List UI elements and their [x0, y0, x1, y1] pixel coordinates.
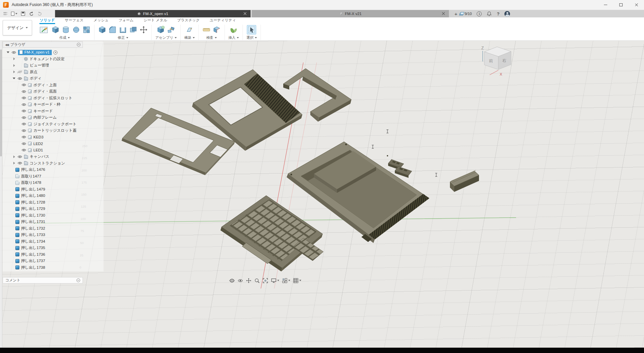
group-label-inspect[interactable]: 検査	[206, 35, 217, 40]
ribbon-tab[interactable]: フォーム	[118, 17, 134, 24]
group-label-construct[interactable]: 構築	[184, 35, 195, 40]
select-tool-active[interactable]	[247, 25, 256, 34]
tree-row-body[interactable]: カートリッジスロット蓋	[21, 127, 104, 134]
expander-icon[interactable]	[13, 155, 16, 158]
tree-row-body[interactable]: 内部フレーム	[21, 114, 104, 121]
visibility-eye-icon[interactable]	[21, 96, 26, 100]
cloud-credits-indicator[interactable]: 9/10	[460, 12, 472, 16]
ribbon-tab[interactable]: シート メタル	[143, 17, 167, 24]
move-icon[interactable]	[140, 26, 148, 34]
collapse-panel-icon[interactable]: ◀◀	[5, 43, 8, 46]
tree-row[interactable]: コンストラクション	[13, 160, 104, 167]
model-top-case[interactable]	[192, 70, 302, 151]
feature-row[interactable]: 押し出し1737	[3, 258, 104, 264]
apps-grid-icon[interactable]	[3, 12, 7, 16]
orbit-button[interactable]	[228, 277, 235, 284]
tab-close-icon[interactable]	[243, 11, 247, 16]
save-icon[interactable]	[21, 12, 25, 16]
feature-row[interactable]: 押し出し1728	[3, 199, 104, 206]
ribbon-tab[interactable]: プラスチック	[177, 17, 200, 24]
feature-row[interactable]: 押し出し1479	[3, 186, 104, 193]
extrude-icon[interactable]	[51, 26, 59, 34]
visibility-eye-icon[interactable]	[17, 161, 22, 165]
model-joystick-ports[interactable]	[388, 159, 412, 178]
model-u-bracket[interactable]	[283, 69, 351, 122]
display-settings-button[interactable]	[270, 277, 280, 284]
feature-row[interactable]: 押し出し1736	[3, 251, 104, 258]
visibility-eye-icon[interactable]	[17, 70, 22, 74]
expander-icon[interactable]	[7, 51, 10, 54]
visibility-eye-icon[interactable]	[21, 109, 26, 113]
create-sketch-icon[interactable]	[38, 25, 49, 34]
visibility-eye-icon[interactable]	[21, 142, 26, 145]
feature-row[interactable]: 面取り1477	[3, 173, 104, 180]
visibility-eye-icon[interactable]	[17, 77, 22, 80]
tab-close-icon[interactable]	[441, 11, 446, 16]
tree-row[interactable]: ビュー管理	[13, 62, 104, 69]
fit-view-button[interactable]	[262, 277, 269, 284]
visibility-eye-icon[interactable]	[21, 103, 26, 106]
model-keyboard[interactable]	[220, 196, 323, 271]
feature-row[interactable]: 押し出し1730	[3, 212, 104, 219]
measure-icon[interactable]	[202, 26, 210, 34]
group-label-create[interactable]: 作成	[59, 35, 70, 40]
new-component-icon[interactable]	[157, 26, 165, 34]
feature-row[interactable]: 押し出し1480	[3, 193, 104, 199]
visibility-eye-icon[interactable]	[21, 135, 26, 139]
maximize-button[interactable]	[613, 0, 629, 10]
help-icon[interactable]: ?	[497, 11, 499, 16]
panel-scrollbar[interactable]	[0, 41, 2, 348]
model-cartridge-slot-cover[interactable]	[450, 170, 479, 192]
viewport-canvas[interactable]: 250 225 200 175 150 125 100 75 50 25 0	[0, 41, 644, 348]
feature-row[interactable]: 押し出し1476	[3, 166, 104, 173]
bell-icon[interactable]	[487, 11, 492, 16]
revolve-icon[interactable]	[72, 26, 80, 34]
tree-row-body[interactable]: LED1	[21, 147, 104, 154]
avatar[interactable]	[504, 11, 510, 17]
section-analysis-icon[interactable]	[213, 26, 221, 34]
tree-row-body[interactable]: ジョイスティックポート	[21, 121, 104, 128]
tree-row-body[interactable]: LED2	[21, 140, 104, 147]
visibility-eye-icon[interactable]	[21, 148, 26, 152]
undo-icon[interactable]	[29, 11, 34, 16]
scrollbar-thumb[interactable]	[0, 49, 2, 156]
browser-header[interactable]: ◀◀ ブラウザ	[3, 41, 83, 48]
feature-row[interactable]: 押し出し1729	[3, 206, 104, 212]
zoom-button[interactable]	[254, 277, 261, 284]
tree-row-body[interactable]: ボディ・底面	[21, 88, 104, 95]
document-tab-inactive[interactable]: FM-X v21	[252, 10, 449, 17]
group-label-select[interactable]: 選択	[247, 35, 257, 40]
group-label-assemble[interactable]: アセンブリ	[155, 35, 177, 40]
expander-icon[interactable]	[13, 64, 16, 67]
view-cube[interactable]: Z 前 右 X	[480, 45, 520, 77]
joint-icon[interactable]	[167, 26, 175, 34]
expander-icon[interactable]	[13, 71, 16, 74]
new-document-tab-button[interactable]: +	[452, 10, 460, 17]
cylinder-icon[interactable]	[62, 26, 70, 34]
insert-canvas-icon[interactable]	[229, 26, 237, 34]
expander-icon[interactable]	[13, 57, 16, 61]
tree-row[interactable]: キャンバス	[13, 153, 104, 160]
ribbon-tab[interactable]: メッシュ	[93, 17, 109, 24]
minimize-panel-icon[interactable]	[76, 278, 80, 282]
feature-row[interactable]: 面取り1478	[3, 180, 104, 186]
tree-row-bodies-folder[interactable]: ボディ	[3, 75, 104, 82]
tree-row-body[interactable]: キーボード・枠	[21, 101, 104, 108]
minimize-button[interactable]	[598, 0, 613, 10]
model-bottom-tray[interactable]	[287, 142, 429, 243]
visibility-eye-icon[interactable]	[21, 129, 26, 132]
visibility-eye-icon[interactable]	[17, 155, 22, 158]
feature-row[interactable]: 押し出し1734	[3, 238, 104, 245]
feature-row[interactable]: 押し出し1731	[3, 219, 104, 225]
viewports-button[interactable]	[281, 277, 291, 284]
activate-component-icon[interactable]	[53, 50, 57, 54]
grid-settings-button[interactable]	[292, 277, 302, 284]
document-tab-active[interactable]: FM-X_open v1	[55, 10, 251, 17]
visibility-eye-icon[interactable]	[11, 51, 16, 54]
press-pull-icon[interactable]	[98, 26, 106, 34]
expander-icon[interactable]	[13, 162, 16, 165]
combine-icon[interactable]	[129, 26, 137, 34]
feature-row[interactable]: 押し出し1732	[3, 225, 104, 232]
tree-row[interactable]: 原点	[13, 69, 104, 76]
construction-plane-icon[interactable]	[185, 26, 193, 34]
